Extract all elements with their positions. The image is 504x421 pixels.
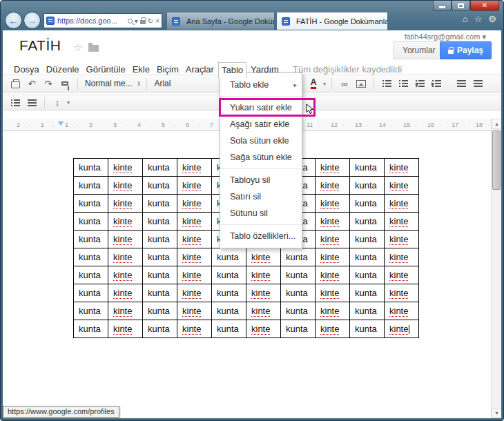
menu-item-satiri-sil[interactable]: Satırı sil bbox=[220, 188, 302, 205]
print-button[interactable] bbox=[8, 77, 22, 90]
table-cell[interactable]: kunta bbox=[212, 320, 246, 338]
table-cell[interactable]: kinte bbox=[108, 248, 143, 266]
table-cell[interactable]: kinte bbox=[246, 320, 281, 338]
table-cell[interactable]: kunta bbox=[143, 248, 177, 266]
table-cell[interactable]: kinte bbox=[385, 248, 419, 266]
table-cell[interactable]: kunta bbox=[143, 159, 177, 177]
table-cell[interactable]: kunta bbox=[212, 248, 246, 266]
line-spacing-button[interactable]: ↕ bbox=[50, 96, 64, 110]
insert-image-button[interactable] bbox=[354, 77, 368, 90]
table-cell[interactable]: kinte bbox=[316, 248, 350, 266]
star-icon[interactable]: ☆ bbox=[73, 41, 82, 54]
table-cell[interactable]: kinte bbox=[177, 177, 212, 195]
table-cell[interactable]: kinte bbox=[316, 284, 350, 302]
checklist-button[interactable] bbox=[8, 96, 22, 110]
table-cell[interactable]: kinte bbox=[177, 266, 212, 284]
address-dropdown-icon[interactable]: ▾ bbox=[135, 17, 138, 25]
back-button[interactable]: ← bbox=[5, 12, 22, 29]
table-cell[interactable]: kinte bbox=[177, 213, 212, 231]
share-button[interactable]: Paylaş bbox=[440, 41, 492, 59]
styles-dropdown[interactable]: Normal me... bbox=[84, 79, 134, 88]
table-cell[interactable]: kinte bbox=[246, 266, 281, 284]
undo-button[interactable]: ↶ bbox=[25, 77, 39, 90]
table-cell[interactable]: kinte bbox=[246, 302, 281, 320]
table-cell[interactable]: kunta bbox=[74, 302, 108, 320]
table-cell[interactable]: kinte bbox=[108, 195, 143, 213]
table-cell[interactable]: kunta bbox=[143, 302, 177, 320]
menu-item-asagi-satir-ekle[interactable]: Aşağı satır ekle bbox=[220, 116, 302, 133]
table-cell[interactable]: kinte bbox=[385, 213, 419, 231]
menu-item-yukari-satir-ekle[interactable]: Yukarı satır ekle bbox=[220, 99, 302, 116]
table-cell[interactable]: kunta bbox=[350, 177, 385, 195]
line-spacing-caret-icon[interactable]: ▾ bbox=[67, 99, 70, 106]
menu-item-tabloyu-sil[interactable]: Tabloyu sil bbox=[220, 172, 302, 188]
paragraph-format-button[interactable] bbox=[25, 96, 39, 110]
table-cell[interactable]: kunta bbox=[350, 159, 385, 177]
table-cell[interactable]: kunta bbox=[74, 231, 108, 248]
folder-icon[interactable] bbox=[88, 45, 99, 52]
table-cell[interactable]: kinte bbox=[108, 159, 143, 177]
table-cell[interactable]: kinte bbox=[177, 320, 212, 338]
table-cell[interactable]: kinte bbox=[385, 302, 419, 320]
outdent-button[interactable] bbox=[413, 77, 427, 90]
align-justify-button[interactable] bbox=[471, 77, 485, 90]
address-bar[interactable]: https://docs.goo... ▾ ↻ × bbox=[43, 13, 162, 28]
scroll-down-button[interactable]: ▼ bbox=[492, 408, 501, 418]
comments-button[interactable]: Yorumlar bbox=[393, 41, 445, 59]
home-icon[interactable]: ⌂ bbox=[463, 14, 468, 23]
table-cell[interactable]: kunta bbox=[350, 213, 385, 231]
table-cell[interactable]: kinte bbox=[177, 284, 212, 302]
stop-icon[interactable]: × bbox=[155, 17, 159, 25]
table-cell[interactable]: kunta bbox=[212, 284, 246, 302]
table-cell[interactable]: kinte bbox=[316, 213, 350, 231]
table-cell[interactable]: kinte bbox=[177, 248, 212, 266]
account-menu[interactable]: fatih44srg@gmail.com ▾ bbox=[405, 32, 486, 41]
table-cell[interactable]: kunta bbox=[74, 159, 108, 177]
table-cell[interactable]: kunta bbox=[74, 195, 108, 213]
table-cell[interactable]: kinte bbox=[385, 177, 419, 195]
menu-item-sutunu-sil[interactable]: Sütunu sil bbox=[220, 205, 302, 222]
table-cell[interactable]: kinte bbox=[108, 320, 143, 338]
menu-tablo[interactable]: Tablo bbox=[218, 62, 246, 78]
font-dropdown[interactable]: Arial bbox=[153, 79, 172, 88]
table-cell[interactable]: kinte bbox=[316, 231, 350, 248]
table-cell[interactable]: kunta bbox=[74, 248, 108, 266]
close-button[interactable]: ✕ bbox=[470, 1, 499, 11]
numbered-list-button[interactable] bbox=[380, 77, 394, 90]
table-cell[interactable]: kunta bbox=[143, 195, 177, 213]
tab-fatih[interactable]: FATİH - Google Dokümanlar × bbox=[276, 12, 388, 30]
table-cell[interactable]: kunta bbox=[143, 320, 177, 338]
table-cell[interactable]: kinte bbox=[385, 231, 419, 248]
menu-item-tablo-ozellikleri[interactable]: Tablo özellikleri... bbox=[220, 228, 302, 244]
tools-gear-icon[interactable]: ⚙ bbox=[488, 14, 496, 23]
table-cell[interactable]: kinte bbox=[316, 159, 350, 177]
table-cell[interactable]: kunta bbox=[74, 266, 108, 284]
table-cell[interactable]: kinte bbox=[316, 177, 350, 195]
table-cell[interactable]: kinte bbox=[385, 266, 419, 284]
table-cell[interactable]: kunta bbox=[281, 320, 316, 338]
table-cell[interactable]: kinte bbox=[108, 302, 143, 320]
table-cell[interactable]: kinte bbox=[385, 320, 419, 338]
table-cell[interactable]: kunta bbox=[350, 195, 385, 213]
redo-button[interactable]: ↷ bbox=[41, 77, 55, 90]
table-cell[interactable]: kinte bbox=[385, 159, 419, 177]
indent-button[interactable] bbox=[429, 77, 443, 90]
table-cell[interactable]: kinte bbox=[108, 284, 143, 302]
table-cell[interactable]: kinte bbox=[316, 195, 350, 213]
vertical-scrollbar[interactable]: ▲ ▼ bbox=[491, 119, 501, 418]
table-cell[interactable]: kunta bbox=[143, 177, 177, 195]
table-cell[interactable]: kunta bbox=[143, 266, 177, 284]
table-cell[interactable]: kinte bbox=[177, 195, 212, 213]
table-cell[interactable]: kunta bbox=[143, 284, 177, 302]
menu-item-sola-sutun-ekle[interactable]: Sola sütun ekle bbox=[220, 133, 302, 149]
table-cell[interactable]: kunta bbox=[350, 266, 385, 284]
table-cell[interactable]: kinte bbox=[385, 195, 419, 213]
table-cell[interactable]: kunta bbox=[143, 231, 177, 248]
table-cell[interactable]: kunta bbox=[74, 284, 108, 302]
table-cell[interactable]: kunta bbox=[350, 284, 385, 302]
table-cell[interactable]: kinte bbox=[385, 284, 419, 302]
scroll-up-button[interactable]: ▲ bbox=[492, 119, 501, 129]
table-cell[interactable]: kunta bbox=[350, 231, 385, 248]
scrollbar-thumb[interactable] bbox=[492, 130, 501, 190]
document-title[interactable]: FATİH bbox=[19, 37, 61, 54]
